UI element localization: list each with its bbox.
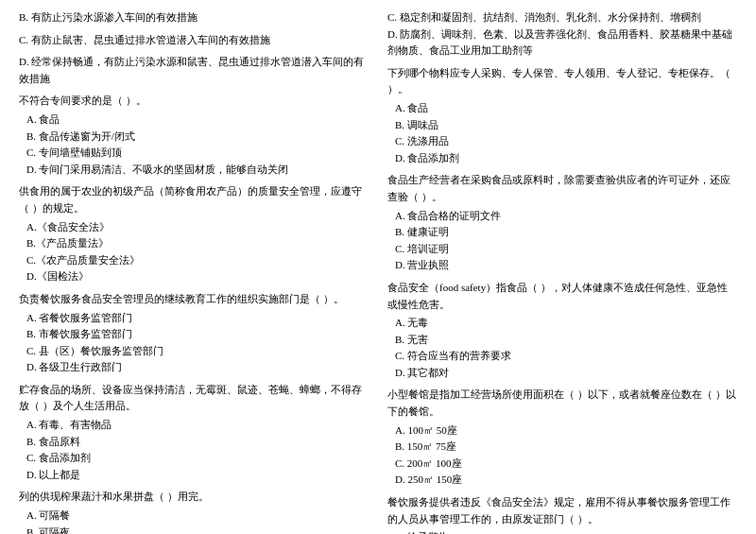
question-37-text: 食品安全（food safety）指食品（ ），对人体健康不造成任何急性、亚急性…	[387, 280, 737, 313]
option-34c: C. 稳定剂和凝固剂、抗结剂、消泡剂、乳化剂、水分保持剂、增稠剂	[387, 9, 737, 26]
two-column-layout: B. 有防止污染水源渗入车间的有效措施 C. 有防止鼠害、昆虫通过排水管道潜入车…	[19, 9, 737, 534]
option-c1: C. 有防止鼠害、昆虫通过排水管道潜入车间的有效措施	[19, 32, 369, 49]
option-37b: B. 无害	[395, 332, 737, 349]
question-32: 列的供现榨果蔬汁和水果拼盘（ ）用完。 A. 可隔餐 B. 可隔夜 C. 可当餐…	[19, 489, 369, 534]
option-d1: D. 经常保持畅通，有防止污染水源和鼠害、昆虫通过排水管道潜入车间的有效措施	[19, 54, 369, 87]
question-37: 食品安全（food safety）指食品（ ），对人体健康不造成任何急性、亚急性…	[387, 280, 737, 382]
option-30c: C. 县（区）餐饮服务监管部门	[26, 343, 369, 360]
question-35: 下列哪个物料应专人采购、专人保管、专人领用、专人登记、专柜保存。（ ）。 A. …	[387, 65, 737, 167]
option-37a: A. 无毒	[395, 315, 737, 332]
question-34c: C. 稳定剂和凝固剂、抗结剂、消泡剂、乳化剂、水分保持剂、增稠剂 D. 防腐剂、…	[387, 9, 737, 60]
option-38d: D. 250㎡ 150座	[395, 472, 737, 489]
question-39: 餐饮服务提供者违反《食品安全法》规定，雇用不得从事餐饮服务管理工作的人员从事管理…	[387, 494, 737, 534]
question-c1: C. 有防止鼠害、昆虫通过排水管道潜入车间的有效措施	[19, 32, 369, 49]
option-36c: C. 培训证明	[395, 241, 737, 258]
question-36-options: A. 食品合格的证明文件 B. 健康证明 C. 培训证明 D. 营业执照	[387, 208, 737, 274]
option-38c: C. 200㎡ 100座	[395, 456, 737, 473]
option-34d: D. 防腐剂、调味剂、色素、以及营养强化剂、食品用香料、胶基糖果中基础剂物质、食…	[387, 26, 737, 60]
question-37-options: A. 无毒 B. 无害 C. 符合应当有的营养要求 D. 其它都对	[387, 315, 737, 381]
option-36d: D. 营业执照	[395, 257, 737, 274]
option-37c: C. 符合应当有的营养要求	[395, 348, 737, 365]
option-36a: A. 食品合格的证明文件	[395, 208, 737, 225]
question-38-options: A. 100㎡ 50座 B. 150㎡ 75座 C. 200㎡ 100座 D. …	[387, 422, 737, 489]
option-37d: D. 其它都对	[395, 365, 737, 382]
question-28-options: A. 食品 B. 食品传递窗为开/闭式 C. 专间墙壁铺贴到顶 D. 专间门采用…	[19, 112, 369, 178]
question-31-text: 贮存食品的场所、设备应当保持清洁，无霉斑、鼠迹、苍蝇、蟑螂，不得存放（ ）及个人…	[19, 382, 369, 415]
question-38: 小型餐馆是指加工经营场所使用面积在（ ）以下，或者就餐座位数在（ ）以下的餐馆。…	[387, 387, 737, 489]
question-29: 供食用的属于农业的初级产品（简称食用农产品）的质量安全管理，应遵守（ ）的规定。…	[19, 183, 369, 285]
question-32-options: A. 可隔餐 B. 可隔夜 C. 可当餐 D. 应当日	[19, 508, 369, 534]
question-28: 不符合专间要求的是（ ）。 A. 食品 B. 食品传递窗为开/闭式 C. 专间墙…	[19, 93, 369, 178]
option-31d: D. 以上都是	[26, 467, 369, 484]
option-30b: B. 市餐饮服务监管部门	[26, 326, 369, 343]
option-29c: C.《农产品质量安全法》	[26, 252, 369, 269]
right-column: C. 稳定剂和凝固剂、抗结剂、消泡剂、乳化剂、水分保持剂、增稠剂 D. 防腐剂、…	[387, 9, 737, 534]
option-28d: D. 专间门采用易清洁、不吸水的坚固材质，能够自动关闭	[26, 162, 369, 179]
question-29-options: A.《食品安全法》 B.《产品质量法》 C.《农产品质量安全法》 D.《国检法》	[19, 219, 369, 285]
question-38-text: 小型餐馆是指加工经营场所使用面积在（ ）以下，或者就餐座位数在（ ）以下的餐馆。	[387, 387, 737, 420]
option-35d: D. 食品添加剂	[395, 150, 737, 167]
option-31c: C. 食品添加剂	[26, 450, 369, 467]
option-36b: B. 健康证明	[395, 224, 737, 241]
question-d1: D. 经常保持畅通，有防止污染水源和鼠害、昆虫通过排水管道潜入车间的有效措施	[19, 54, 369, 87]
option-35a: A. 食品	[395, 100, 737, 117]
option-32a: A. 可隔餐	[26, 508, 369, 525]
option-b1: B. 有防止污染水源渗入车间的有效措施	[19, 9, 369, 26]
question-30-text: 负责餐饮服务食品安全管理员的继续教育工作的组织实施部门是（ ）。	[19, 291, 369, 308]
question-36-text: 食品生产经营者在采购食品或原料时，除需要查验供应者的许可证外，还应查验（ ）。	[387, 172, 737, 205]
question-35-options: A. 食品 B. 调味品 C. 洗涤用品 D. 食品添加剂	[387, 100, 737, 166]
option-29b: B.《产品质量法》	[26, 235, 369, 252]
question-31-options: A. 有毒、有害物品 B. 食品原料 C. 食品添加剂 D. 以上都是	[19, 417, 369, 483]
option-39a: A. 给予警告	[395, 529, 737, 534]
option-29d: D.《国检法》	[26, 268, 369, 285]
question-31: 贮存食品的场所、设备应当保持清洁，无霉斑、鼠迹、苍蝇、蟑螂，不得存放（ ）及个人…	[19, 382, 369, 484]
option-32b: B. 可隔夜	[26, 525, 369, 534]
option-31b: B. 食品原料	[26, 434, 369, 451]
option-38a: A. 100㎡ 50座	[395, 422, 737, 439]
question-29-text: 供食用的属于农业的初级产品（简称食用农产品）的质量安全管理，应遵守（ ）的规定。	[19, 183, 369, 216]
option-35c: C. 洗涤用品	[395, 133, 737, 150]
question-39-text: 餐饮服务提供者违反《食品安全法》规定，雇用不得从事餐饮服务管理工作的人员从事管理…	[387, 494, 737, 527]
question-32-text: 列的供现榨果蔬汁和水果拼盘（ ）用完。	[19, 489, 369, 506]
option-29a: A.《食品安全法》	[26, 219, 369, 236]
option-30d: D. 各级卫生行政部门	[26, 359, 369, 376]
question-30-options: A. 省餐饮服务监管部门 B. 市餐饮服务监管部门 C. 县（区）餐饮服务监管部…	[19, 310, 369, 376]
option-28c: C. 专间墙壁铺贴到顶	[26, 145, 369, 162]
option-30a: A. 省餐饮服务监管部门	[26, 310, 369, 327]
page: B. 有防止污染水源渗入车间的有效措施 C. 有防止鼠害、昆虫通过排水管道潜入车…	[19, 9, 737, 534]
option-35b: B. 调味品	[395, 117, 737, 134]
question-35-text: 下列哪个物料应专人采购、专人保管、专人领用、专人登记、专柜保存。（ ）。	[387, 65, 737, 98]
option-28a: A. 食品	[26, 112, 369, 129]
question-39-options: A. 给予警告 B. 处以罚款 C. 吊销许可证 D. 以上都不对	[387, 529, 737, 534]
question-30: 负责餐饮服务食品安全管理员的继续教育工作的组织实施部门是（ ）。 A. 省餐饮服…	[19, 291, 369, 376]
question-36: 食品生产经营者在采购食品或原料时，除需要查验供应者的许可证外，还应查验（ ）。 …	[387, 172, 737, 274]
question-b1: B. 有防止污染水源渗入车间的有效措施	[19, 9, 369, 26]
left-column: B. 有防止污染水源渗入车间的有效措施 C. 有防止鼠害、昆虫通过排水管道潜入车…	[19, 9, 369, 534]
option-31a: A. 有毒、有害物品	[26, 417, 369, 434]
option-28b: B. 食品传递窗为开/闭式	[26, 129, 369, 146]
option-38b: B. 150㎡ 75座	[395, 439, 737, 456]
question-28-text: 不符合专间要求的是（ ）。	[19, 93, 369, 110]
